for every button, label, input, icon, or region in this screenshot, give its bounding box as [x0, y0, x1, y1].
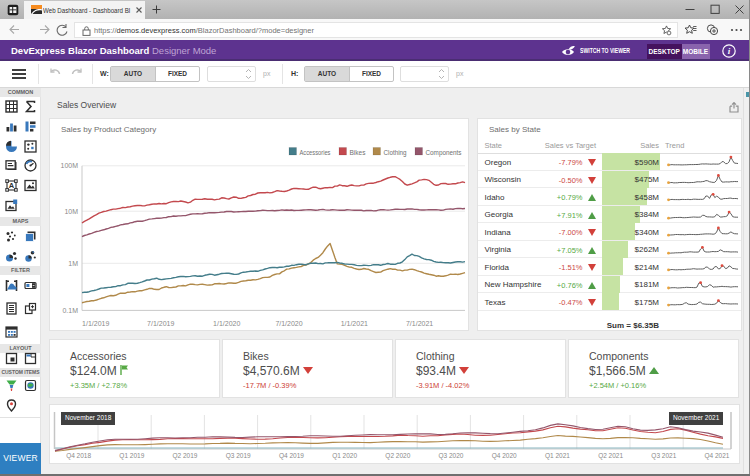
svg-text:Q2 2021: Q2 2021 [598, 452, 623, 460]
svg-text:Q2 2020: Q2 2020 [385, 452, 410, 460]
svg-text:Clothing: Clothing [384, 148, 407, 157]
svg-text:7/1/2019: 7/1/2019 [147, 320, 174, 327]
svg-text:Q2 2019: Q2 2019 [173, 452, 198, 460]
svg-text:Bikes: Bikes [350, 148, 366, 157]
svg-text:Q1 2019: Q1 2019 [119, 452, 144, 460]
svg-text:Q3 2021: Q3 2021 [651, 452, 676, 460]
svg-text:0.1M: 0.1M [62, 307, 78, 314]
svg-text:Q4 2018: Q4 2018 [66, 452, 91, 460]
svg-text:i: i [728, 46, 731, 56]
svg-text:Q3 2019: Q3 2019 [226, 452, 251, 460]
svg-text:Q1 2021: Q1 2021 [545, 452, 570, 460]
svg-text:Q4 2020: Q4 2020 [492, 452, 517, 460]
svg-text:100M: 100M [60, 162, 78, 169]
svg-text:7/1/2021: 7/1/2021 [406, 320, 433, 327]
svg-text:10M: 10M [64, 208, 78, 215]
svg-text:Components: Components [426, 148, 462, 157]
svg-text:Q1 2020: Q1 2020 [332, 452, 357, 460]
svg-text:Q3 2020: Q3 2020 [439, 452, 464, 460]
svg-text:Q4 2019: Q4 2019 [279, 452, 304, 460]
svg-text:1/1/2020: 1/1/2020 [213, 320, 240, 327]
svg-text:7/1/2020: 7/1/2020 [275, 320, 302, 327]
svg-text:1/1/2021: 1/1/2021 [341, 320, 368, 327]
svg-text:Q4 2021: Q4 2021 [705, 452, 730, 460]
svg-text:A: A [9, 181, 15, 190]
svg-text:1/1/2019: 1/1/2019 [82, 320, 109, 327]
svg-text:Accessories: Accessories [300, 148, 331, 157]
svg-text:1M: 1M [68, 260, 78, 267]
